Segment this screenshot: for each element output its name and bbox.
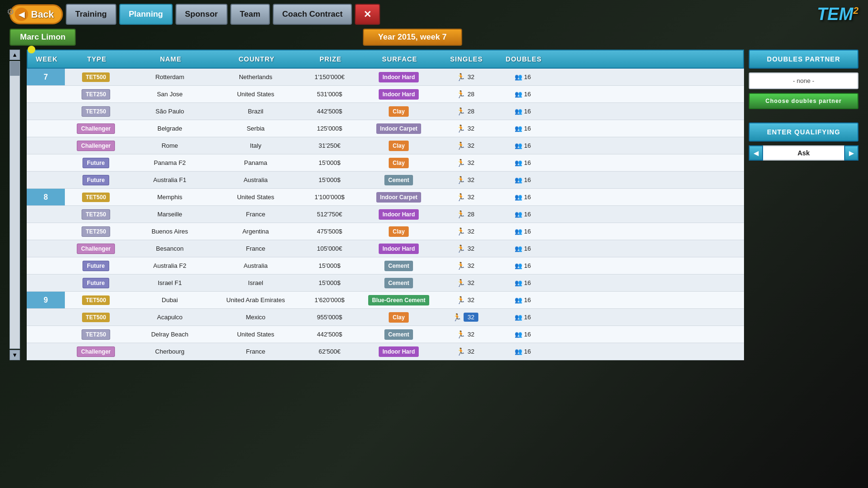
tennis-ball-icon	[28, 46, 35, 53]
doubles-icon: 👥	[515, 159, 522, 166]
doubles-cell: 👥 16	[494, 279, 551, 286]
table-row[interactable]: TET250 Delray Beach United States 442'50…	[27, 326, 744, 343]
table-row[interactable]: TET250 Marseille France 512'750€ Indoor …	[27, 206, 744, 223]
doubles-cell: 👥 16	[494, 331, 551, 338]
back-label: Back	[31, 9, 54, 20]
name-cell: Rome	[127, 142, 213, 149]
country-cell: France	[213, 211, 299, 218]
doubles-cell: 👥 16	[494, 159, 551, 166]
type-cell: TET500	[65, 314, 127, 321]
table-row[interactable]: Challenger Belgrade Serbia 125'000$ Indo…	[27, 120, 744, 137]
surface-cell: Indoor Hard	[361, 73, 437, 81]
doubles-partner-label: DOUBLES PARTNER	[749, 50, 858, 69]
scroll-up-button[interactable]: ▲	[10, 50, 20, 60]
surface-cell: Indoor Hard	[361, 348, 437, 355]
prize-cell: 512'750€	[299, 211, 361, 218]
gear-icon[interactable]: ⚙	[7, 7, 14, 17]
table-row[interactable]: Challenger Besancon France 105'000€ Indo…	[27, 240, 744, 257]
doubles-icon: 👥	[515, 73, 522, 81]
table-row[interactable]: TET500 Acapulco Mexico 955'000$ Clay 🏃 3…	[27, 309, 744, 326]
back-button[interactable]: ◀ Back	[10, 4, 63, 24]
table-row[interactable]: 9 TET500 Dubai United Arab Emirates 1'62…	[27, 292, 744, 309]
week-cell: 8	[27, 189, 65, 205]
type-cell: TET250	[65, 331, 127, 338]
table-row[interactable]: Future Panama F2 Panama 15'000$ Clay 🏃 3…	[27, 154, 744, 172]
person-icon: 🏃	[456, 244, 465, 253]
country-cell: Brazil	[213, 108, 299, 115]
surface-cell: Clay	[361, 314, 437, 321]
table-row[interactable]: Future Australia F1 Australia 15'000$ Ce…	[27, 172, 744, 189]
coach-contract-tab[interactable]: Coach Contract	[273, 4, 352, 25]
table-row[interactable]: 8 TET500 Memphis United States 1'100'000…	[27, 189, 744, 206]
singles-cell: 🏃 32	[437, 330, 494, 339]
singles-cell: 🏃 32	[437, 313, 494, 322]
scroll-track	[10, 61, 20, 349]
table-row[interactable]: TET250 San Jose United States 531'000$ I…	[27, 86, 744, 103]
doubles-cell: 👥 16	[494, 176, 551, 183]
name-cell: Australia F1	[127, 176, 213, 183]
planning-tab[interactable]: Planning	[119, 4, 173, 25]
table-row[interactable]: Challenger Cherbourg France 62'500€ Indo…	[27, 343, 744, 360]
scroll-down-button[interactable]: ▼	[10, 350, 20, 360]
app-logo: TEM2	[817, 4, 858, 24]
main-area: ▲ ▼ WEEK TYPE NAME COUNTRY PRIZE SURFACE…	[0, 50, 868, 360]
type-cell: TET250	[65, 108, 127, 115]
singles-cell: 🏃 32	[437, 279, 494, 287]
header: ◀ Back Training Planning Sponsor Team Co…	[0, 0, 868, 29]
surface-cell: Clay	[361, 228, 437, 235]
doubles-cell: 👥 16	[494, 211, 551, 218]
singles-cell: 🏃 32	[437, 296, 494, 305]
doubles-icon: 👥	[515, 331, 522, 338]
doubles-cell: 👥 16	[494, 296, 551, 304]
col-name: NAME	[128, 55, 214, 63]
doubles-icon: 👥	[515, 348, 522, 355]
ask-next-button[interactable]: ▶	[844, 145, 858, 161]
type-cell: Future	[65, 159, 127, 166]
table-header: WEEK TYPE NAME COUNTRY PRIZE SURFACE SIN…	[27, 50, 744, 69]
training-tab[interactable]: Training	[66, 4, 116, 25]
name-cell: Israel F1	[127, 279, 213, 286]
table-row[interactable]: TET250 São Paulo Brazil 442'500$ Clay 🏃 …	[27, 103, 744, 120]
prize-cell: 15'000$	[299, 262, 361, 269]
table-row[interactable]: Future Israel F1 Israel 15'000$ Cement 🏃…	[27, 274, 744, 292]
table-row[interactable]: Future Australia F2 Australia 15'000$ Ce…	[27, 257, 744, 274]
person-icon: 🏃	[456, 107, 465, 116]
tournament-table: WEEK TYPE NAME COUNTRY PRIZE SURFACE SIN…	[27, 50, 744, 360]
table-body: 7 TET500 Rotterdam Netherlands 1'150'000…	[27, 69, 744, 360]
surface-cell: Cement	[361, 279, 437, 286]
prize-cell: 125'000$	[299, 125, 361, 132]
name-cell: Buenos Aires	[127, 228, 213, 235]
sub-header: Marc Limon Year 2015, week 7	[0, 29, 868, 46]
col-country: COUNTRY	[214, 55, 300, 63]
name-cell: San Jose	[127, 91, 213, 98]
enter-qualifying-button[interactable]: ENTER QUALIFYING	[749, 122, 858, 142]
col-doubles: DOUBLES	[495, 55, 552, 63]
doubles-icon: 👥	[515, 125, 522, 132]
type-cell: Future	[65, 279, 127, 286]
singles-cell: 🏃 32	[437, 159, 494, 167]
close-button[interactable]: ✕	[355, 4, 380, 25]
ask-prev-button[interactable]: ◀	[749, 145, 763, 161]
surface-cell: Indoor Hard	[361, 211, 437, 218]
sponsor-tab[interactable]: Sponsor	[176, 4, 227, 25]
surface-cell: Cement	[361, 262, 437, 269]
table-row[interactable]: Challenger Rome Italy 31'250€ Clay 🏃 32 …	[27, 137, 744, 154]
table-row[interactable]: 7 TET500 Rotterdam Netherlands 1'150'000…	[27, 69, 744, 86]
week-cell: 9	[27, 292, 65, 308]
person-icon: 🏃	[456, 227, 465, 236]
team-tab[interactable]: Team	[230, 4, 270, 25]
doubles-cell: 👥 16	[494, 262, 551, 269]
name-cell: Australia F2	[127, 262, 213, 269]
surface-cell: Cement	[361, 176, 437, 183]
singles-cell: 🏃 32	[437, 227, 494, 236]
singles-cell: 🏃 32	[437, 244, 494, 253]
type-cell: Challenger	[65, 125, 127, 132]
choose-doubles-partner-button[interactable]: Choose doubles partner	[749, 93, 858, 109]
table-row[interactable]: TET250 Buenos Aires Argentina 475'500$ C…	[27, 223, 744, 240]
scroll-thumb[interactable]	[10, 61, 20, 76]
doubles-icon: 👥	[515, 108, 522, 115]
surface-cell: Cement	[361, 331, 437, 338]
singles-cell: 🏃 32	[437, 176, 494, 184]
name-cell: Dubai	[127, 296, 213, 304]
type-cell: Challenger	[65, 245, 127, 252]
